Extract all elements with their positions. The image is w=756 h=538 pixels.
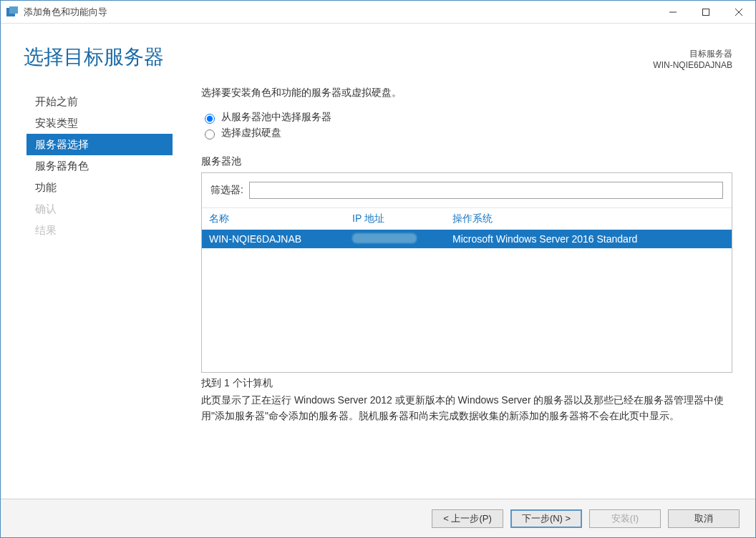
col-header-name[interactable]: 名称 — [209, 212, 352, 225]
radio-vhd-label: 选择虚拟硬盘 — [221, 127, 281, 140]
next-button[interactable]: 下一步(N) > — [510, 509, 582, 528]
cell-os: Microsoft Windows Server 2016 Standard — [452, 233, 724, 245]
minimize-button[interactable] — [656, 1, 689, 24]
col-header-os[interactable]: 操作系统 — [452, 212, 724, 225]
main-panel: 选择要安装角色和功能的服务器或虚拟硬盘。 从服务器池中选择服务器 选择虚拟硬盘 … — [173, 87, 732, 499]
body: 开始之前 安装类型 服务器选择 服务器角色 功能 确认 结果 选择要安装角色和功… — [1, 77, 755, 499]
radio-vhd[interactable]: 选择虚拟硬盘 — [201, 127, 732, 140]
nav-server-roles[interactable]: 服务器角色 — [26, 155, 173, 177]
grid-header: 名称 IP 地址 操作系统 — [202, 208, 732, 230]
cancel-button[interactable]: 取消 — [668, 509, 740, 528]
close-button[interactable] — [722, 1, 755, 24]
svg-rect-3 — [703, 9, 709, 15]
col-header-ip[interactable]: IP 地址 — [352, 212, 452, 225]
selection-radios: 从服务器池中选择服务器 选择虚拟硬盘 — [201, 111, 732, 142]
cell-ip — [352, 233, 452, 245]
maximize-button[interactable] — [689, 1, 722, 24]
wizard-nav: 开始之前 安装类型 服务器选择 服务器角色 功能 确认 结果 — [1, 87, 173, 499]
instruction-text: 选择要安装角色和功能的服务器或虚拟硬盘。 — [201, 87, 732, 99]
server-pool-label: 服务器池 — [201, 155, 732, 168]
wizard-window: 添加角色和功能向导 选择目标服务器 目标服务器 WIN-NQIE6DAJNAB … — [0, 0, 756, 538]
filter-input[interactable] — [249, 182, 723, 199]
svg-rect-1 — [9, 6, 18, 14]
window-controls — [656, 1, 755, 24]
target-server-name: WIN-NQIE6DAJNAB — [653, 59, 732, 71]
previous-button[interactable]: < 上一步(P) — [432, 509, 503, 528]
nav-results: 结果 — [26, 220, 173, 241]
radio-from-pool-input[interactable] — [205, 114, 215, 124]
filter-label: 筛选器: — [210, 184, 243, 197]
window-title: 添加角色和功能向导 — [24, 6, 107, 19]
titlebar: 添加角色和功能向导 — [1, 1, 755, 24]
wizard-footer: < 上一步(P) 下一步(N) > 安装(I) 取消 — [1, 499, 755, 537]
header: 选择目标服务器 目标服务器 WIN-NQIE6DAJNAB — [1, 24, 755, 77]
page-title: 选择目标服务器 — [24, 44, 164, 71]
radio-from-pool[interactable]: 从服务器池中选择服务器 — [201, 111, 732, 124]
radio-from-pool-label: 从服务器池中选择服务器 — [221, 111, 331, 124]
cell-name: WIN-NQIE6DAJNAB — [209, 233, 352, 245]
explanation-text: 此页显示了正在运行 Windows Server 2012 或更新版本的 Win… — [201, 393, 732, 424]
filter-row: 筛选器: — [202, 173, 732, 208]
target-server-label: 目标服务器 — [653, 48, 732, 59]
app-icon — [6, 6, 18, 18]
nav-features[interactable]: 功能 — [26, 177, 173, 198]
found-count: 找到 1 个计算机 — [201, 377, 732, 390]
nav-before-you-begin[interactable]: 开始之前 — [26, 91, 173, 112]
radio-vhd-input[interactable] — [205, 129, 215, 140]
grid-body: WIN-NQIE6DAJNAB Microsoft Windows Server… — [202, 230, 732, 372]
nav-confirmation: 确认 — [26, 198, 173, 220]
target-server-info: 目标服务器 WIN-NQIE6DAJNAB — [653, 44, 732, 71]
nav-server-selection[interactable]: 服务器选择 — [26, 134, 173, 155]
ip-redacted — [352, 233, 417, 243]
server-pool-box: 筛选器: 名称 IP 地址 操作系统 WIN-NQIE6DAJNAB Micro… — [201, 172, 732, 373]
server-row[interactable]: WIN-NQIE6DAJNAB Microsoft Windows Server… — [202, 230, 732, 248]
nav-installation-type[interactable]: 安装类型 — [26, 112, 173, 134]
install-button: 安装(I) — [589, 509, 661, 528]
